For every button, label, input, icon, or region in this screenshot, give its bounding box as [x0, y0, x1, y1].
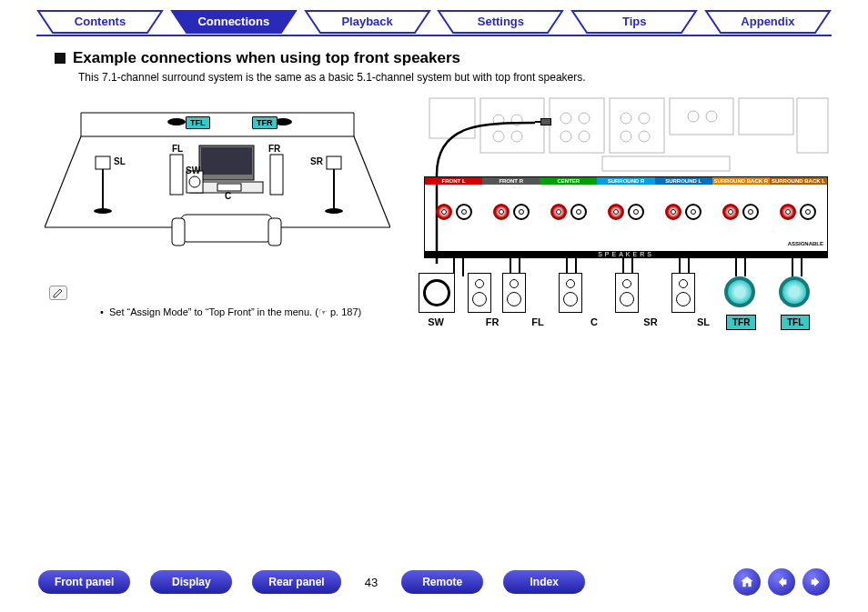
pencil-icon: [49, 286, 67, 300]
room-label-fr: FR: [268, 144, 280, 154]
room-label-sr: SR: [310, 156, 323, 166]
next-page-icon[interactable]: [802, 568, 830, 596]
tab-settings[interactable]: Settings: [437, 9, 564, 35]
svg-point-35: [560, 131, 571, 142]
room-label-tfr: TFR: [252, 116, 278, 129]
svg-rect-6: [201, 147, 252, 175]
th-surround-l: SURROUND L: [655, 177, 712, 185]
bottom-nav: Front panel Display Rear panel 43 Remote…: [0, 568, 868, 596]
prev-page-icon[interactable]: [768, 568, 795, 596]
th-center: CENTER: [540, 177, 597, 185]
speaker-icon: [468, 273, 491, 313]
front-panel-button[interactable]: Front panel: [38, 570, 130, 594]
room-label-c: C: [225, 191, 231, 201]
svg-rect-14: [172, 218, 185, 246]
svg-point-37: [621, 113, 631, 124]
th-sback-r: SURROUND BACK R: [712, 177, 770, 185]
tab-appendix[interactable]: Appendix: [704, 9, 832, 35]
ch-c: C: [580, 316, 608, 327]
ch-sw: SW: [422, 316, 449, 327]
th-front-r: FRONT R: [482, 177, 540, 185]
svg-rect-24: [550, 98, 604, 153]
speakers-footer: SPEAKERS: [425, 251, 827, 257]
svg-point-34: [579, 113, 590, 124]
assignable-label: ASSIGNABLE: [788, 241, 823, 246]
room-label-sl: SL: [114, 156, 126, 166]
svg-point-38: [639, 113, 650, 124]
svg-rect-27: [739, 98, 793, 135]
svg-point-33: [560, 113, 571, 124]
room-diagram-column: TFL TFR FL FR SL SR SW C Set “Assign Mod…: [33, 93, 402, 320]
tab-label: Contents: [75, 15, 126, 28]
intro-text: This 7.1-channel surround system is the …: [78, 71, 868, 84]
home-icon[interactable]: [733, 568, 761, 596]
room-label-fl: FL: [172, 144, 183, 154]
subwoofer-icon: [419, 273, 455, 313]
svg-rect-17: [96, 156, 110, 169]
th-surround-r: SURROUND R: [597, 177, 654, 185]
room-label-sw: SW: [186, 166, 200, 176]
remote-button[interactable]: Remote: [401, 570, 483, 594]
tab-tips[interactable]: Tips: [570, 9, 698, 35]
svg-point-18: [94, 208, 112, 214]
tab-playback[interactable]: Playback: [304, 9, 431, 35]
display-button[interactable]: Display: [150, 570, 232, 594]
ch-tfr: TFR: [726, 315, 756, 330]
room-diagram: TFL TFR FL FR SL SR SW C: [45, 100, 390, 273]
ch-sl: SL: [690, 316, 717, 327]
tab-label: Appendix: [741, 15, 794, 28]
svg-point-41: [688, 111, 699, 122]
rear-panel-diagram: FRONT L FRONT R CENTER SURROUND R SURROU…: [417, 93, 835, 320]
speaker-icon: [615, 273, 639, 313]
index-button[interactable]: Index: [503, 570, 585, 594]
svg-rect-9: [270, 155, 283, 195]
ch-fr: FR: [479, 316, 506, 327]
page-title: Example connections when using top front…: [73, 49, 460, 67]
th-sback-l: SURROUND BACK L: [770, 177, 827, 185]
wiring-diagram-column: FRONT L FRONT R CENTER SURROUND R SURROU…: [417, 93, 835, 320]
svg-point-3: [167, 118, 186, 125]
room-label-tfl: TFL: [186, 116, 210, 129]
svg-rect-26: [670, 98, 733, 135]
svg-rect-25: [610, 98, 664, 153]
ch-fl: FL: [524, 316, 551, 327]
note-block: Set “Assign Mode” to “Top Front” in the …: [33, 286, 402, 318]
tab-connections[interactable]: Connections: [170, 9, 298, 35]
top-speaker-cone-icon: [724, 276, 755, 307]
tab-contents[interactable]: Contents: [36, 9, 164, 35]
top-speaker-cone-icon: [779, 276, 810, 307]
tab-label: Connections: [197, 15, 269, 28]
tab-label: Tips: [622, 15, 647, 28]
svg-rect-20: [327, 156, 341, 169]
svg-point-39: [621, 131, 631, 142]
speaker-icon: [671, 273, 695, 313]
svg-point-36: [579, 131, 590, 142]
tab-label: Playback: [341, 15, 392, 28]
ch-tfl: TFL: [781, 315, 810, 330]
svg-rect-15: [268, 218, 281, 246]
page-number: 43: [365, 576, 378, 589]
svg-rect-8: [170, 155, 183, 195]
speaker-icon: [559, 273, 582, 313]
speaker-terminal-bar: FRONT L FRONT R CENTER SURROUND R SURROU…: [424, 176, 828, 258]
top-tab-bar: Contents Connections Playback Settings T…: [0, 0, 868, 35]
speaker-icon: [502, 273, 526, 313]
note-item: Set “Assign Mode” to “Top Front” in the …: [100, 306, 402, 318]
rear-panel-button[interactable]: Rear panel: [252, 570, 340, 594]
svg-point-42: [706, 111, 717, 122]
tab-label: Settings: [478, 15, 524, 28]
ch-sr: SR: [637, 316, 664, 327]
svg-rect-43: [602, 156, 730, 171]
svg-rect-13: [181, 215, 272, 242]
th-front-l: FRONT L: [425, 177, 482, 185]
svg-rect-12: [217, 184, 241, 191]
heading-bullet-icon: [55, 53, 66, 64]
header-rule: [36, 35, 832, 36]
svg-point-40: [639, 131, 650, 142]
section-heading: Example connections when using top front…: [55, 49, 868, 67]
svg-point-21: [325, 208, 343, 214]
svg-rect-28: [797, 98, 828, 153]
